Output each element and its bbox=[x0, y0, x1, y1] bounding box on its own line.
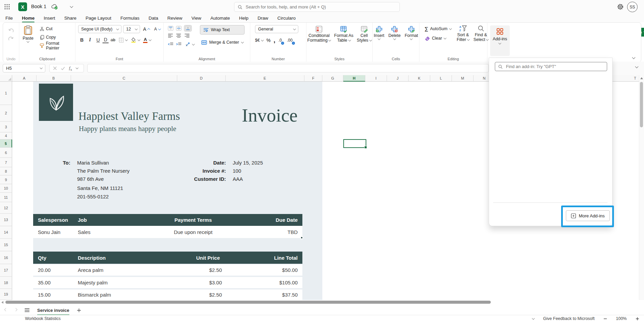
customer-id-label[interactable]: Customer ID: bbox=[135, 176, 226, 182]
sheet-tab-service-invoice[interactable]: Service invoice bbox=[37, 308, 69, 316]
menu-page-layout[interactable]: Page Layout bbox=[86, 16, 111, 21]
zoom-in-icon[interactable] bbox=[636, 317, 639, 321]
date-label[interactable]: Date: bbox=[135, 160, 226, 166]
italic-button[interactable]: I bbox=[86, 37, 94, 43]
cut-button[interactable]: Cut bbox=[38, 25, 75, 33]
align-top-button[interactable] bbox=[168, 26, 174, 31]
row-header-12[interactable]: 12 bbox=[0, 202, 12, 214]
row-header-1[interactable]: 1 bbox=[0, 82, 12, 105]
row-header-15[interactable]: 15 bbox=[0, 239, 12, 251]
column-header-m[interactable]: M bbox=[452, 75, 474, 82]
description-cell[interactable]: Areca palm bbox=[73, 267, 158, 273]
select-all-corner[interactable] bbox=[0, 75, 12, 82]
recipient-address[interactable]: 987 6th Ave bbox=[77, 176, 104, 182]
strikethrough-button[interactable]: ab bbox=[109, 38, 117, 42]
unit-price-cell[interactable]: $2.50 bbox=[158, 267, 229, 273]
row-header-7[interactable]: 7 bbox=[0, 158, 12, 167]
row-header-9[interactable]: 9 bbox=[0, 175, 12, 184]
due-date-header[interactable]: Due Date bbox=[229, 217, 302, 223]
row-header-19[interactable]: 19 bbox=[0, 289, 12, 300]
grow-font-button[interactable]: A bbox=[142, 25, 151, 33]
format-cells-button[interactable]: Format bbox=[405, 26, 418, 40]
percent-style-button[interactable]: % bbox=[266, 38, 270, 43]
column-header-c[interactable]: C bbox=[71, 75, 177, 82]
bold-button[interactable]: B bbox=[78, 37, 86, 43]
undo-icon[interactable] bbox=[8, 28, 14, 33]
column-header-i[interactable]: I bbox=[365, 75, 387, 82]
date-value[interactable]: July 15, 2025 bbox=[233, 160, 263, 166]
column-header-j[interactable]: J bbox=[387, 75, 409, 82]
sort-filter-button[interactable]: A Z Sort & Filter bbox=[457, 25, 469, 42]
menu-automate[interactable]: Automate bbox=[210, 16, 230, 21]
status-chevron-icon[interactable] bbox=[532, 317, 535, 320]
add-sheet-icon[interactable] bbox=[77, 308, 81, 313]
column-header-k[interactable]: K bbox=[409, 75, 430, 82]
paste-button[interactable]: Paste bbox=[19, 25, 37, 42]
align-center-button[interactable] bbox=[176, 34, 182, 39]
name-box[interactable]: H5 bbox=[3, 64, 45, 72]
wrap-text-button[interactable]: Wrap Text bbox=[200, 25, 245, 35]
qty-cell[interactable]: 35.00 bbox=[33, 280, 73, 285]
menu-view[interactable]: View bbox=[191, 16, 201, 21]
zoom-out-icon[interactable] bbox=[603, 317, 607, 321]
menu-insert[interactable]: Insert bbox=[44, 16, 55, 21]
increase-indent-button[interactable] bbox=[176, 42, 182, 47]
format-painter-button[interactable]: Format Painter bbox=[38, 42, 75, 49]
fill-color-button[interactable] bbox=[130, 36, 141, 44]
qty-cell[interactable]: 15.00 bbox=[33, 292, 73, 298]
menu-formulas[interactable]: Formulas bbox=[120, 16, 139, 21]
font-size-select[interactable]: 12 bbox=[123, 25, 140, 33]
formula-input[interactable] bbox=[88, 64, 490, 73]
line-total-cell[interactable]: $105.00 bbox=[229, 280, 302, 285]
table-resize-handle[interactable] bbox=[300, 236, 303, 239]
row-header-10[interactable]: 10 bbox=[0, 184, 12, 193]
format-as-table-button[interactable]: Format As Table bbox=[334, 26, 353, 43]
merge-center-button[interactable]: Merge & Center bbox=[200, 39, 245, 46]
column-header-a[interactable]: A bbox=[12, 75, 37, 82]
scroll-up-arrow[interactable] bbox=[640, 77, 643, 79]
row-header-17[interactable]: 17 bbox=[0, 264, 12, 277]
menu-home[interactable]: Home bbox=[22, 16, 35, 21]
align-middle-button[interactable] bbox=[176, 26, 182, 31]
selected-cell-h5[interactable] bbox=[343, 139, 366, 148]
row-header-4[interactable]: 4 bbox=[0, 132, 12, 139]
prev-sheet-chevron-icon[interactable] bbox=[4, 308, 8, 312]
decrease-indent-button[interactable] bbox=[168, 42, 174, 47]
menu-help[interactable]: Help bbox=[239, 16, 249, 21]
invoice-number-value[interactable]: 100 bbox=[233, 168, 241, 174]
font-color-button[interactable]: A bbox=[142, 36, 153, 44]
align-left-button[interactable] bbox=[168, 34, 174, 39]
number-format-select[interactable]: General bbox=[255, 25, 298, 33]
column-header-e[interactable]: E bbox=[226, 75, 304, 82]
scroll-left-arrow[interactable] bbox=[1, 301, 3, 304]
to-label[interactable]: To: bbox=[53, 160, 70, 166]
invoice-title[interactable]: Invoice bbox=[242, 105, 298, 126]
menu-file[interactable]: File bbox=[5, 16, 13, 21]
app-launcher-icon[interactable] bbox=[4, 4, 10, 10]
line-total-cell[interactable]: $37.50 bbox=[229, 292, 302, 298]
menu-circularo[interactable]: Circularo bbox=[277, 16, 296, 21]
feedback-link[interactable]: Give Feedback to Microsoft bbox=[543, 316, 595, 321]
cancel-icon[interactable] bbox=[53, 66, 57, 70]
job-header[interactable]: Job bbox=[73, 217, 158, 223]
document-title[interactable]: Book 1 bbox=[31, 4, 46, 9]
invoice-number-label[interactable]: Invoice #: bbox=[135, 168, 226, 174]
zoom-level[interactable]: 100% bbox=[616, 316, 627, 321]
salesperson-cell[interactable]: Sonu Jain bbox=[33, 229, 73, 235]
doc-title-chevron-icon[interactable] bbox=[70, 5, 73, 8]
enter-check-icon[interactable] bbox=[61, 67, 65, 70]
column-header-h-selected[interactable]: H bbox=[343, 75, 365, 82]
qty-cell[interactable]: 20.00 bbox=[33, 267, 73, 273]
copy-button[interactable]: Copy bbox=[38, 34, 75, 41]
sheet-list-icon[interactable] bbox=[24, 308, 30, 312]
qty-header[interactable]: Qty bbox=[33, 255, 73, 261]
menu-draw[interactable]: Draw bbox=[258, 16, 269, 21]
cloud-saved-icon[interactable] bbox=[51, 3, 58, 10]
fx-icon[interactable]: fx bbox=[69, 65, 72, 71]
excel-logo[interactable]: X bbox=[18, 2, 27, 11]
borders-button[interactable] bbox=[117, 36, 129, 44]
comma-style-button[interactable]: , bbox=[274, 39, 275, 42]
expand-formula-bar-chevron-icon[interactable] bbox=[635, 65, 639, 68]
redo-icon[interactable] bbox=[8, 37, 14, 41]
description-cell[interactable]: Bismarck palm bbox=[73, 292, 158, 298]
